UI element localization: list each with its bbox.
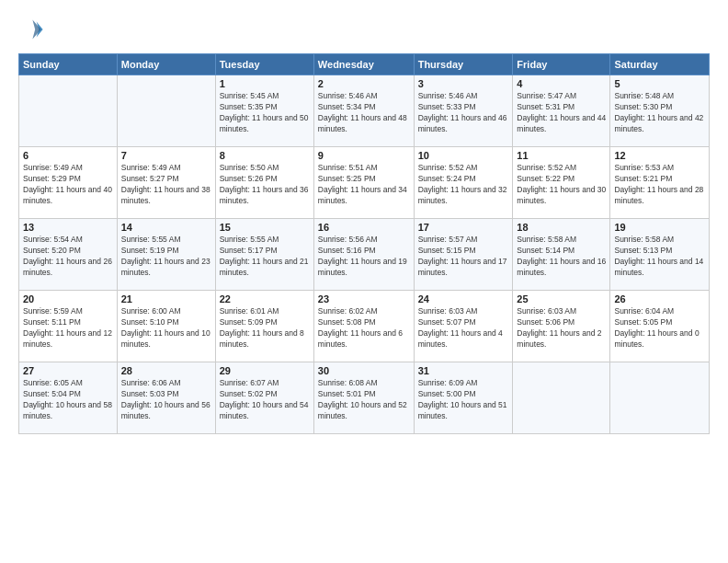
cell-w1-d3: 9Sunrise: 5:51 AM Sunset: 5:25 PM Daylig…	[313, 147, 414, 219]
day-number: 21	[121, 293, 211, 304]
day-number: 25	[517, 293, 606, 304]
cell-w4-d4: 31Sunrise: 6:09 AM Sunset: 5:00 PM Dayli…	[414, 362, 513, 434]
day-info: Sunrise: 5:46 AM Sunset: 5:33 PM Dayligh…	[418, 91, 509, 135]
week-row-5: 27Sunrise: 6:05 AM Sunset: 5:04 PM Dayli…	[19, 362, 710, 434]
cell-w4-d1: 28Sunrise: 6:06 AM Sunset: 5:03 PM Dayli…	[117, 362, 215, 434]
day-number: 22	[220, 293, 310, 304]
week-row-4: 20Sunrise: 5:59 AM Sunset: 5:11 PM Dayli…	[19, 291, 710, 362]
day-number: 23	[318, 293, 410, 304]
cell-w0-d3: 2Sunrise: 5:46 AM Sunset: 5:34 PM Daylig…	[313, 75, 414, 147]
day-number: 27	[23, 365, 113, 376]
day-info: Sunrise: 5:58 AM Sunset: 5:13 PM Dayligh…	[614, 235, 705, 279]
day-number: 1	[220, 78, 310, 89]
day-number: 17	[418, 222, 509, 233]
day-info: Sunrise: 5:55 AM Sunset: 5:19 PM Dayligh…	[121, 235, 211, 279]
day-info: Sunrise: 5:45 AM Sunset: 5:35 PM Dayligh…	[220, 91, 310, 135]
day-info: Sunrise: 5:52 AM Sunset: 5:22 PM Dayligh…	[517, 163, 606, 207]
cell-w4-d0: 27Sunrise: 6:05 AM Sunset: 5:04 PM Dayli…	[19, 362, 118, 434]
day-number: 11	[517, 150, 606, 161]
day-info: Sunrise: 5:52 AM Sunset: 5:24 PM Dayligh…	[418, 163, 509, 207]
day-info: Sunrise: 5:47 AM Sunset: 5:31 PM Dayligh…	[517, 91, 606, 135]
day-number: 18	[517, 222, 606, 233]
day-number: 9	[318, 150, 410, 161]
day-number: 3	[418, 78, 509, 89]
cell-w3-d6: 26Sunrise: 6:04 AM Sunset: 5:05 PM Dayli…	[610, 291, 710, 362]
cell-w2-d0: 13Sunrise: 5:54 AM Sunset: 5:20 PM Dayli…	[19, 219, 118, 291]
day-number: 10	[418, 150, 509, 161]
cell-w2-d6: 19Sunrise: 5:58 AM Sunset: 5:13 PM Dayli…	[610, 219, 710, 291]
day-info: Sunrise: 6:01 AM Sunset: 5:09 PM Dayligh…	[220, 306, 310, 350]
cell-w1-d0: 6Sunrise: 5:49 AM Sunset: 5:29 PM Daylig…	[19, 147, 118, 219]
day-info: Sunrise: 6:00 AM Sunset: 5:10 PM Dayligh…	[121, 306, 211, 350]
day-number: 26	[614, 293, 705, 304]
day-info: Sunrise: 5:57 AM Sunset: 5:15 PM Dayligh…	[418, 235, 509, 279]
day-number: 29	[220, 365, 310, 376]
header-row: SundayMondayTuesdayWednesdayThursdayFrid…	[19, 54, 710, 75]
cell-w0-d6: 5Sunrise: 5:48 AM Sunset: 5:30 PM Daylig…	[610, 75, 710, 147]
day-number: 20	[23, 293, 113, 304]
day-info: Sunrise: 5:46 AM Sunset: 5:34 PM Dayligh…	[318, 91, 410, 135]
cell-w4-d3: 30Sunrise: 6:08 AM Sunset: 5:01 PM Dayli…	[313, 362, 414, 434]
cell-w3-d0: 20Sunrise: 5:59 AM Sunset: 5:11 PM Dayli…	[19, 291, 118, 362]
day-info: Sunrise: 5:48 AM Sunset: 5:30 PM Dayligh…	[614, 91, 705, 135]
day-number: 15	[220, 222, 310, 233]
day-number: 28	[121, 365, 211, 376]
cell-w0-d0	[19, 75, 118, 147]
cell-w3-d3: 23Sunrise: 6:02 AM Sunset: 5:08 PM Dayli…	[313, 291, 414, 362]
calendar-table: SundayMondayTuesdayWednesdayThursdayFrid…	[18, 53, 710, 434]
cell-w2-d5: 18Sunrise: 5:58 AM Sunset: 5:14 PM Dayli…	[513, 219, 610, 291]
cell-w2-d4: 17Sunrise: 5:57 AM Sunset: 5:15 PM Dayli…	[414, 219, 513, 291]
col-header-tuesday: Tuesday	[215, 54, 313, 75]
day-number: 13	[23, 222, 113, 233]
cell-w1-d5: 11Sunrise: 5:52 AM Sunset: 5:22 PM Dayli…	[513, 147, 610, 219]
week-row-3: 13Sunrise: 5:54 AM Sunset: 5:20 PM Dayli…	[19, 219, 710, 291]
day-number: 4	[517, 78, 606, 89]
day-number: 7	[121, 150, 211, 161]
day-number: 19	[614, 222, 705, 233]
day-info: Sunrise: 6:06 AM Sunset: 5:03 PM Dayligh…	[121, 378, 211, 422]
day-number: 14	[121, 222, 211, 233]
day-info: Sunrise: 5:51 AM Sunset: 5:25 PM Dayligh…	[318, 163, 410, 207]
col-header-friday: Friday	[513, 54, 610, 75]
col-header-saturday: Saturday	[610, 54, 710, 75]
week-row-2: 6Sunrise: 5:49 AM Sunset: 5:29 PM Daylig…	[19, 147, 710, 219]
cell-w1-d4: 10Sunrise: 5:52 AM Sunset: 5:24 PM Dayli…	[414, 147, 513, 219]
day-number: 12	[614, 150, 705, 161]
cell-w4-d5	[513, 362, 610, 434]
day-number: 24	[418, 293, 509, 304]
col-header-thursday: Thursday	[414, 54, 513, 75]
day-info: Sunrise: 5:53 AM Sunset: 5:21 PM Dayligh…	[614, 163, 705, 207]
day-number: 16	[318, 222, 410, 233]
cell-w3-d2: 22Sunrise: 6:01 AM Sunset: 5:09 PM Dayli…	[215, 291, 313, 362]
cell-w4-d6	[610, 362, 710, 434]
col-header-wednesday: Wednesday	[313, 54, 414, 75]
day-number: 30	[318, 365, 410, 376]
day-info: Sunrise: 5:56 AM Sunset: 5:16 PM Dayligh…	[318, 235, 410, 279]
cell-w3-d4: 24Sunrise: 6:03 AM Sunset: 5:07 PM Dayli…	[414, 291, 513, 362]
day-info: Sunrise: 6:07 AM Sunset: 5:02 PM Dayligh…	[220, 378, 310, 422]
logo-icon	[18, 17, 44, 42]
day-info: Sunrise: 5:59 AM Sunset: 5:11 PM Dayligh…	[23, 306, 113, 350]
day-number: 2	[318, 78, 410, 89]
day-info: Sunrise: 6:04 AM Sunset: 5:05 PM Dayligh…	[614, 306, 705, 350]
cell-w3-d1: 21Sunrise: 6:00 AM Sunset: 5:10 PM Dayli…	[117, 291, 215, 362]
day-info: Sunrise: 5:49 AM Sunset: 5:27 PM Dayligh…	[121, 163, 211, 207]
day-info: Sunrise: 5:58 AM Sunset: 5:14 PM Dayligh…	[517, 235, 606, 279]
page: SundayMondayTuesdayWednesdayThursdayFrid…	[0, 0, 728, 443]
day-number: 31	[418, 365, 509, 376]
logo	[18, 17, 48, 42]
day-info: Sunrise: 5:55 AM Sunset: 5:17 PM Dayligh…	[220, 235, 310, 279]
day-info: Sunrise: 6:02 AM Sunset: 5:08 PM Dayligh…	[318, 306, 410, 350]
cell-w0-d1	[117, 75, 215, 147]
day-info: Sunrise: 6:08 AM Sunset: 5:01 PM Dayligh…	[318, 378, 410, 422]
cell-w1-d6: 12Sunrise: 5:53 AM Sunset: 5:21 PM Dayli…	[610, 147, 710, 219]
cell-w0-d4: 3Sunrise: 5:46 AM Sunset: 5:33 PM Daylig…	[414, 75, 513, 147]
day-info: Sunrise: 6:09 AM Sunset: 5:00 PM Dayligh…	[418, 378, 509, 422]
week-row-1: 1Sunrise: 5:45 AM Sunset: 5:35 PM Daylig…	[19, 75, 710, 147]
cell-w0-d5: 4Sunrise: 5:47 AM Sunset: 5:31 PM Daylig…	[513, 75, 610, 147]
day-info: Sunrise: 6:03 AM Sunset: 5:06 PM Dayligh…	[517, 306, 606, 350]
day-info: Sunrise: 6:03 AM Sunset: 5:07 PM Dayligh…	[418, 306, 509, 350]
header	[18, 17, 710, 42]
day-info: Sunrise: 5:50 AM Sunset: 5:26 PM Dayligh…	[220, 163, 310, 207]
cell-w0-d2: 1Sunrise: 5:45 AM Sunset: 5:35 PM Daylig…	[215, 75, 313, 147]
